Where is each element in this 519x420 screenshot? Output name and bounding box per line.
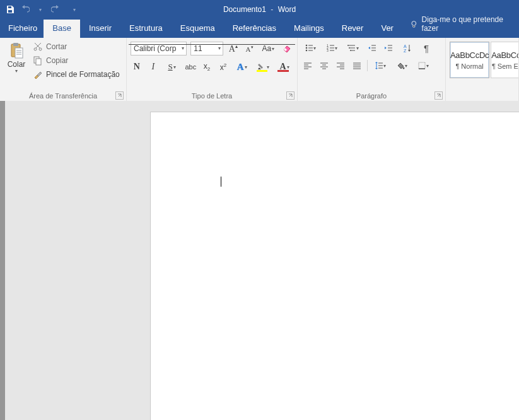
tab-references[interactable]: Referências <box>224 20 285 38</box>
svg-rect-20 <box>419 62 425 69</box>
change-case-icon: Aa <box>262 44 271 53</box>
show-marks-button[interactable]: ¶ <box>420 42 433 54</box>
group-styles: AaBbCcDc ¶ Normal AaBbCcD ¶ Sem Esp <box>446 38 519 101</box>
cut-label: Cortar <box>46 42 67 51</box>
bullets-icon <box>305 44 313 52</box>
svg-text:A: A <box>404 44 407 49</box>
text-cursor <box>221 177 221 187</box>
strikethrough-button[interactable]: abc <box>184 61 197 73</box>
font-launcher[interactable] <box>286 91 294 100</box>
svg-point-16 <box>350 50 351 51</box>
tab-review[interactable]: Rever <box>333 20 373 38</box>
bullets-button[interactable]: ▾ <box>301 42 319 54</box>
svg-rect-2 <box>13 43 18 46</box>
quick-access-toolbar: ▾ ▾ <box>0 4 79 15</box>
svg-point-14 <box>347 45 349 46</box>
format-painter-button[interactable]: Pincel de Formatação <box>33 69 120 79</box>
italic-button[interactable]: I <box>147 61 160 73</box>
font-size-value: 11 <box>194 44 202 53</box>
format-painter-label: Pincel de Formatação <box>46 70 120 79</box>
clipboard-launcher[interactable] <box>115 91 124 100</box>
grow-font-icon: A▴ <box>229 44 238 54</box>
group-font-label: Tipo de Letra <box>127 92 297 100</box>
tab-layout[interactable]: Estrutura <box>120 20 172 38</box>
group-paragraph-label: Parágrafo <box>298 92 445 100</box>
paste-label: Colar <box>8 61 26 68</box>
copy-icon <box>33 55 43 66</box>
font-family-value: Calibri (Corp <box>134 44 176 53</box>
tab-view[interactable]: Ver <box>372 20 402 38</box>
group-paragraph: ▾ 123▾ ▾ AZ ¶ ▾ ▾ ▾ Parágrafo <box>298 38 446 101</box>
paste-icon <box>8 42 25 59</box>
superscript-button[interactable]: x2 <box>217 61 230 73</box>
left-gutter <box>0 101 5 420</box>
decrease-indent-button[interactable] <box>366 42 378 54</box>
svg-point-10 <box>306 50 308 52</box>
document-name: Documento1 <box>223 5 266 14</box>
align-right-button[interactable] <box>334 59 347 72</box>
borders-button[interactable]: ▾ <box>414 59 432 72</box>
scissors-icon <box>33 42 43 52</box>
tell-me[interactable]: Diga-me o que pretende fazer <box>410 15 519 38</box>
brush-icon <box>33 69 43 79</box>
sort-button[interactable]: AZ <box>399 42 416 54</box>
borders-icon <box>417 61 426 70</box>
save-icon[interactable] <box>5 4 15 15</box>
underline-button[interactable]: S▾ <box>163 61 181 73</box>
highlight-button[interactable]: ▾ <box>255 61 272 73</box>
style-nospace-label: ¶ Sem Esp <box>492 62 519 70</box>
lightbulb-icon <box>410 20 418 28</box>
chevron-down-icon: ▾ <box>218 45 221 51</box>
svg-text:3: 3 <box>327 49 329 52</box>
svg-rect-3 <box>15 48 23 58</box>
group-clipboard: Colar ▾ Cortar Copiar Pincel de Formataç… <box>0 38 127 101</box>
qat-customize-icon[interactable]: ▾ <box>69 4 79 15</box>
bold-icon: N <box>134 62 140 72</box>
multilevel-list-button[interactable]: ▾ <box>344 42 362 54</box>
font-color-button[interactable]: A▾ <box>276 61 293 73</box>
increase-indent-button[interactable] <box>382 42 395 54</box>
document-page[interactable] <box>150 112 519 420</box>
redo-icon[interactable] <box>50 4 61 15</box>
cut-button[interactable]: Cortar <box>33 42 120 52</box>
align-left-button[interactable] <box>301 59 314 72</box>
subscript-button[interactable]: x2 <box>201 61 213 73</box>
shading-button[interactable]: ▾ <box>393 59 411 72</box>
paragraph-launcher[interactable] <box>434 91 443 100</box>
bold-button[interactable]: N <box>131 61 143 73</box>
sort-icon: AZ <box>403 44 412 52</box>
svg-point-4 <box>34 48 37 50</box>
pilcrow-icon: ¶ <box>424 43 429 54</box>
bucket-icon <box>396 61 405 70</box>
tab-file[interactable]: Ficheiro <box>2 20 44 38</box>
copy-button[interactable]: Copiar <box>33 55 120 66</box>
undo-dropdown-icon[interactable]: ▾ <box>35 4 45 15</box>
svg-text:Z: Z <box>404 49 407 52</box>
style-preview: AaBbCcD <box>491 50 519 60</box>
paste-button[interactable]: Colar ▾ <box>4 40 29 90</box>
strikethrough-icon: abc <box>185 63 196 71</box>
undo-icon[interactable] <box>20 4 30 15</box>
document-area <box>0 101 519 420</box>
text-effects-button[interactable]: A▾ <box>233 61 251 73</box>
text-effects-icon: A <box>237 62 244 73</box>
paste-dropdown-icon[interactable]: ▾ <box>15 69 18 73</box>
group-font: Calibri (Corp ▾ 11 ▾ A▴ A▾ Aa▾ N I S▾ ab… <box>127 38 298 101</box>
subscript-icon: x2 <box>204 62 210 72</box>
tab-mailings[interactable]: Mailings <box>285 20 333 38</box>
italic-icon: I <box>151 62 155 72</box>
style-preview: AaBbCcDc <box>450 50 489 60</box>
align-center-icon <box>320 61 329 70</box>
style-normal[interactable]: AaBbCcDc ¶ Normal <box>450 42 489 78</box>
underline-icon: S <box>168 62 172 72</box>
tab-insert[interactable]: Inserir <box>80 20 120 38</box>
justify-icon <box>353 61 361 70</box>
tab-home[interactable]: Base <box>44 20 80 38</box>
line-spacing-button[interactable]: ▾ <box>371 59 389 72</box>
page-background <box>5 101 519 420</box>
align-center-button[interactable] <box>318 59 330 72</box>
style-no-spacing[interactable]: AaBbCcD ¶ Sem Esp <box>491 42 519 78</box>
numbering-button[interactable]: 123▾ <box>323 42 341 54</box>
tab-design[interactable]: Esquema <box>172 20 224 38</box>
justify-button[interactable] <box>351 59 363 72</box>
